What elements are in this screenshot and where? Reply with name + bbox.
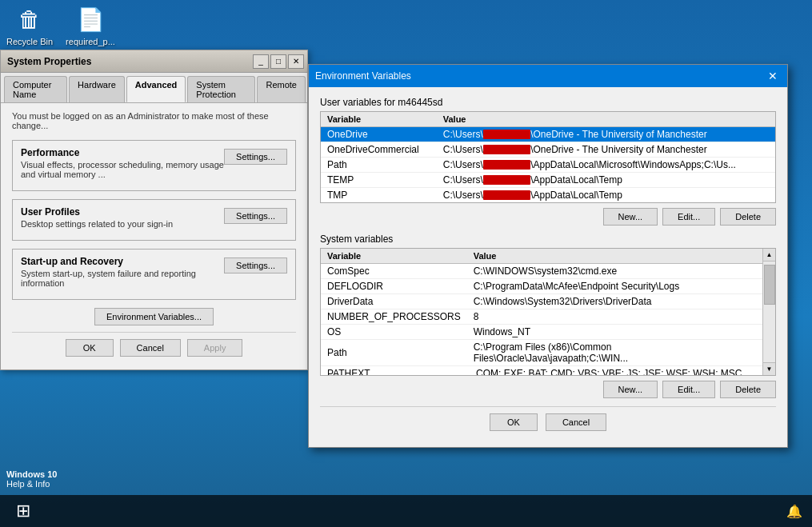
apply-button[interactable]: Apply [187, 339, 243, 357]
sys-var-value: .COM;.EXE;.BAT;.CMD;.VBS;.VBE;.JS;.JSE;.… [467, 366, 775, 377]
user-var-name: OneDrive [321, 127, 437, 142]
tab-advanced[interactable]: Advanced [126, 76, 186, 102]
user-var-buttons: New... Edit... Delete [320, 208, 776, 226]
scroll-down-button[interactable]: ▼ [763, 362, 775, 375]
env-cancel-button[interactable]: Cancel [546, 413, 606, 431]
sys-var-name: OS [321, 325, 467, 340]
performance-settings-button[interactable]: Settings... [224, 149, 287, 165]
recycle-bin-label: Recycle Bin [6, 37, 53, 46]
system-properties-window: System Properties _ □ ✕ Computer Name Ha… [0, 50, 308, 370]
user-new-button[interactable]: New... [603, 208, 658, 226]
user-var-value: C:\Users\XXXXXXX\AppData\Local\Microsoft… [437, 158, 775, 173]
sys-var-value: C:\WINDOWS\system32\cmd.exe [467, 264, 775, 279]
close-button[interactable]: ✕ [288, 54, 304, 69]
tab-system-protection[interactable]: System Protection [187, 76, 255, 102]
sys-var-name: DriverData [321, 294, 467, 309]
desktop-icon-recycle-bin[interactable]: 🗑 Recycle Bin [0, 0, 59, 50]
startup-settings-button[interactable]: Settings... [224, 258, 287, 273]
redacted-span: XXXXXXX [483, 145, 530, 154]
required-p-label: required_p... [66, 37, 115, 46]
env-dialog-bottom-buttons: OK Cancel [320, 406, 776, 437]
table-row[interactable]: DEFLOGDIR C:\ProgramData\McAfee\Endpoint… [321, 279, 775, 294]
window-controls: _ □ ✕ [253, 54, 304, 69]
win10-label: Windows 10 [6, 469, 57, 479]
user-variables-table-container: Variable Value OneDrive C:\Users\XXXXXXX… [320, 111, 776, 203]
user-profiles-section: Settings... User Profiles Desktop settin… [12, 199, 296, 241]
user-var-col-variable: Variable [321, 112, 437, 127]
system-var-buttons: New... Edit... Delete [320, 381, 776, 398]
user-variables-label: User variables for m46445sd [320, 97, 776, 108]
sys-var-name: PATHEXT [321, 366, 467, 377]
system-variables-table: Variable Value ComSpec C:\WINDOWS\system… [321, 249, 775, 376]
redacted-span: XXXXXXX [483, 160, 530, 170]
sys-props-title: System Properties [4, 56, 91, 67]
sys-props-dialog-buttons: OK Cancel Apply [12, 332, 296, 361]
env-dialog-titlebar: Environment Variables ✕ [309, 65, 787, 87]
system-new-button[interactable]: New... [603, 381, 658, 398]
sys-var-value: 8 [467, 309, 775, 325]
user-var-value: C:\Users\XXXXXXX\OneDrive - The Universi… [437, 142, 775, 158]
performance-section: Settings... Performance Visual effects, … [12, 140, 296, 191]
sys-var-value: Windows_NT [467, 325, 775, 340]
ok-button[interactable]: OK [66, 339, 114, 357]
desktop: 🗑 Recycle Bin 📄 required_p... Windows 10… [0, 0, 812, 527]
table-row[interactable]: TMP C:\Users\XXXXXXX\AppData\Local\Temp [321, 188, 775, 203]
desktop-icon-required-p[interactable]: 📄 required_p... [61, 0, 120, 50]
user-var-value: C:\Users\XXXXXXX\AppData\Local\Temp [437, 188, 775, 203]
user-var-name: Path [321, 158, 437, 173]
table-row[interactable]: TEMP C:\Users\XXXXXXX\AppData\Local\Temp [321, 173, 775, 188]
system-edit-button[interactable]: Edit... [662, 381, 715, 398]
user-var-value: C:\Users\XXXXXXX\AppData\Local\Temp [437, 173, 775, 188]
table-row[interactable]: Path C:\Program Files (x86)\Common Files… [321, 340, 775, 366]
scroll-up-button[interactable]: ▲ [763, 249, 775, 262]
win10-help: Help & Info [6, 479, 57, 489]
table-row[interactable]: OS Windows_NT [321, 325, 775, 340]
system-delete-button[interactable]: Delete [720, 381, 776, 398]
tab-remote[interactable]: Remote [257, 76, 306, 102]
user-var-name: TEMP [321, 173, 437, 188]
user-edit-button[interactable]: Edit... [662, 208, 715, 226]
maximize-button[interactable]: □ [270, 54, 286, 69]
sys-props-content: You must be logged on as an Administrato… [1, 103, 307, 369]
user-variables-table: Variable Value OneDrive C:\Users\XXXXXXX… [321, 112, 775, 202]
admin-note: You must be logged on as an Administrato… [12, 111, 296, 130]
win10-info: Windows 10 Help & Info [0, 466, 63, 492]
environment-variables-button[interactable]: Environment Variables... [94, 308, 214, 325]
sys-var-name: Path [321, 340, 467, 366]
sys-var-col-variable: Variable [321, 249, 467, 264]
table-row[interactable]: OneDrive C:\Users\XXXXXXX\OneDrive - The… [321, 127, 775, 142]
env-dialog-close-button[interactable]: ✕ [765, 68, 781, 84]
sys-var-name: NUMBER_OF_PROCESSORS [321, 309, 467, 325]
sys-props-titlebar: System Properties _ □ ✕ [1, 50, 307, 73]
scroll-track[interactable]: ▲ ▼ [762, 249, 775, 375]
redacted-span: XXXXXXX [483, 175, 530, 185]
taskbar-items [43, 495, 780, 527]
minimize-button[interactable]: _ [253, 54, 269, 69]
user-delete-button[interactable]: Delete [720, 208, 776, 226]
tabs-bar: Computer Name Hardware Advanced System P… [1, 73, 307, 103]
env-dialog-title: Environment Variables [315, 70, 411, 82]
env-ok-button[interactable]: OK [490, 413, 538, 431]
start-button[interactable]: ⊞ [3, 497, 43, 525]
taskbar: ⊞ 🔔 [0, 495, 812, 527]
table-row[interactable]: PATHEXT .COM;.EXE;.BAT;.CMD;.VBS;.VBE;.J… [321, 366, 775, 377]
sys-var-col-value: Value [467, 249, 775, 264]
cancel-button[interactable]: Cancel [120, 339, 181, 357]
system-variables-table-container: Variable Value ComSpec C:\WINDOWS\system… [320, 248, 776, 376]
table-row[interactable]: OneDriveCommercial C:\Users\XXXXXXX\OneD… [321, 142, 775, 158]
table-row[interactable]: ComSpec C:\WINDOWS\system32\cmd.exe [321, 264, 775, 279]
table-row[interactable]: NUMBER_OF_PROCESSORS 8 [321, 309, 775, 325]
scroll-thumb[interactable] [764, 265, 775, 305]
tab-hardware[interactable]: Hardware [69, 76, 125, 102]
document-icon: 📄 [74, 3, 106, 35]
notification-icon[interactable]: 🔔 [780, 504, 809, 519]
user-profiles-settings-button[interactable]: Settings... [224, 208, 287, 224]
env-dialog-content: User variables for m46445sd Variable Val… [309, 87, 787, 447]
user-var-value: C:\Users\XXXXXXX\OneDrive - The Universi… [437, 127, 775, 142]
table-row[interactable]: Path C:\Users\XXXXXXX\AppData\Local\Micr… [321, 158, 775, 173]
table-row[interactable]: DriverData C:\Windows\System32\Drivers\D… [321, 294, 775, 309]
tab-computer-name[interactable]: Computer Name [4, 76, 67, 102]
redacted-span: XXXXXXX [483, 130, 530, 139]
environment-variables-dialog: Environment Variables ✕ User variables f… [308, 64, 788, 448]
redacted-span: XXXXXXX [483, 190, 530, 200]
